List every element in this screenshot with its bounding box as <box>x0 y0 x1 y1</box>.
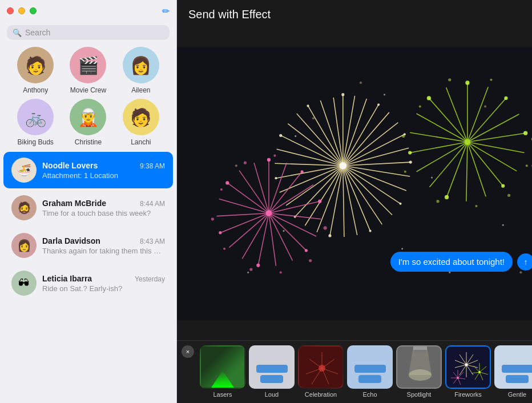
conv-preview-graham-mcbride: Time for a touch base this week? <box>42 209 165 217</box>
conversation-list: 🍜 Noodle Lovers 9:38 AM Attachment: 1 Lo… <box>0 152 176 403</box>
avatar-noodle-lovers: 🍜 <box>11 158 37 183</box>
conversation-leticia-ibarra[interactable]: 🕶 Leticia Ibarra Yesterday Ride on Sat.?… <box>3 265 173 301</box>
effects-list: Lasers Loud <box>183 345 532 398</box>
conv-content-darla-davidson: Darla Davidson 8:43 AM Thanks again for … <box>42 236 165 255</box>
svg-point-122 <box>502 224 504 226</box>
svg-point-39 <box>328 234 331 237</box>
pinned-name-christine: Christine <box>75 138 102 146</box>
svg-point-116 <box>465 139 470 145</box>
svg-point-108 <box>507 194 510 197</box>
search-input[interactable] <box>25 28 164 37</box>
svg-point-107 <box>526 164 528 167</box>
svg-point-124 <box>449 272 450 273</box>
avatar-biking-buds: 🚲 <box>17 99 54 135</box>
svg-rect-145 <box>446 346 491 389</box>
compose-button[interactable]: ✏ <box>162 6 170 17</box>
svg-point-66 <box>318 200 321 203</box>
svg-point-73 <box>280 271 282 273</box>
svg-point-104 <box>408 151 412 154</box>
pinned-contact-christine[interactable]: 🧝 Christine <box>70 99 106 146</box>
send-button[interactable]: ↑ <box>517 253 532 271</box>
pinned-name-lanchi: Lanchi <box>131 138 151 146</box>
svg-point-130 <box>235 164 237 167</box>
avatar-aileen: 👩 <box>123 47 159 83</box>
svg-point-121 <box>401 248 403 249</box>
fireworks-thumb-svg <box>446 346 491 389</box>
effect-thumb-celebration <box>298 345 344 389</box>
svg-point-72 <box>309 259 312 262</box>
minimize-window-button[interactable] <box>18 7 25 14</box>
svg-point-164 <box>457 377 459 379</box>
conv-content-leticia-ibarra: Leticia Ibarra Yesterday Ride on Sat.? E… <box>42 274 165 293</box>
pinned-contact-biking-buds[interactable]: 🚲 Biking Buds <box>17 99 54 146</box>
svg-point-114 <box>448 78 451 81</box>
pinned-row-2: 🚲 Biking Buds 🧝 Christine 🧑 Lanchi <box>0 99 176 146</box>
pinned-name-biking-buds: Biking Buds <box>17 138 53 146</box>
svg-point-37 <box>399 203 401 205</box>
effect-echo[interactable]: Echo <box>347 345 393 398</box>
svg-point-70 <box>225 181 229 184</box>
svg-point-77 <box>220 188 223 191</box>
svg-point-43 <box>307 104 309 107</box>
message-bubble-row: I'm so excited about tonight! ↑ <box>390 252 532 272</box>
svg-rect-143 <box>413 346 427 350</box>
pinned-contact-movie-crew[interactable]: 🎬 Movie Crew <box>70 47 106 94</box>
avatar-anthony: 🧑 <box>17 47 54 83</box>
pinned-contact-lanchi[interactable]: 🧑 Lanchi <box>123 99 159 146</box>
conv-time-graham-mcbride: 8:44 AM <box>140 200 165 208</box>
conv-name-graham-mcbride: Graham McBride <box>42 199 106 208</box>
celebration-thumb-svg <box>299 346 344 389</box>
avatar-movie-crew: 🎬 <box>70 47 106 83</box>
svg-point-65 <box>301 170 304 173</box>
svg-point-115 <box>490 79 492 81</box>
conversation-noodle-lovers[interactable]: 🍜 Noodle Lovers 9:38 AM Attachment: 1 Lo… <box>3 152 173 188</box>
avatar-darla-davidson: 👩 <box>11 233 37 258</box>
close-window-button[interactable] <box>7 7 14 14</box>
search-bar: 🔍 <box>7 25 170 40</box>
maximize-window-button[interactable] <box>30 7 37 14</box>
effect-label-lasers: Lasers <box>213 391 232 398</box>
svg-point-67 <box>305 249 308 252</box>
close-effects-button[interactable]: × <box>182 345 194 358</box>
svg-point-69 <box>219 231 221 234</box>
fireworks-display: I'm so excited about tonight! ↑ <box>177 27 532 340</box>
titlebar: ✏ <box>0 0 176 22</box>
svg-point-71 <box>324 226 327 229</box>
main-area: Send with Effect <box>177 0 532 403</box>
svg-point-109 <box>475 205 477 207</box>
effect-spotlight[interactable]: Spotlight <box>396 345 442 398</box>
svg-point-172 <box>478 371 481 373</box>
svg-point-103 <box>445 195 449 199</box>
svg-point-123 <box>247 272 249 273</box>
effect-lasers[interactable]: Lasers <box>200 345 245 398</box>
pinned-contact-aileen[interactable]: 👩 Aileen <box>123 47 159 94</box>
conversation-darla-davidson[interactable]: 👩 Darla Davidson 8:43 AM Thanks again fo… <box>3 227 173 264</box>
avatar-leticia-ibarra: 🕶 <box>11 271 37 296</box>
svg-point-79 <box>273 155 276 157</box>
effect-fireworks[interactable]: Fireworks <box>445 345 491 398</box>
svg-rect-144 <box>414 350 426 352</box>
conv-preview-noodle-lovers: Attachment: 1 Location <box>42 171 165 180</box>
message-bubble: I'm so excited about tonight! <box>390 252 513 272</box>
sidebar: ✏ 🔍 🧑 Anthony 🎬 Movie Crew 👩 Aileen 🚲 <box>0 0 177 403</box>
effect-label-gentle: Gentle <box>508 391 526 398</box>
conv-content-noodle-lovers: Noodle Lovers 9:38 AM Attachment: 1 Loca… <box>42 161 165 180</box>
svg-point-78 <box>244 162 247 164</box>
svg-point-111 <box>404 171 406 173</box>
svg-point-68 <box>256 264 260 267</box>
effect-label-fireworks: Fireworks <box>454 391 482 398</box>
pinned-name-movie-crew: Movie Crew <box>70 86 106 94</box>
svg-point-120 <box>283 230 284 232</box>
svg-point-110 <box>436 200 439 203</box>
svg-point-36 <box>409 161 412 164</box>
conversation-graham-mcbride[interactable]: 🧔 Graham McBride 8:44 AM Time for a touc… <box>3 190 173 226</box>
svg-point-113 <box>419 105 421 107</box>
effect-loud[interactable]: Loud <box>249 345 295 398</box>
pinned-contact-anthony[interactable]: 🧑 Anthony <box>17 47 54 94</box>
svg-point-105 <box>427 96 431 100</box>
conv-preview-darla-davidson: Thanks again for taking them this weeken… <box>42 247 165 255</box>
svg-point-156 <box>465 364 468 366</box>
effect-gentle[interactable]: Gentle <box>494 345 532 398</box>
effect-celebration[interactable]: Celebration <box>298 345 344 398</box>
svg-point-119 <box>431 177 433 179</box>
